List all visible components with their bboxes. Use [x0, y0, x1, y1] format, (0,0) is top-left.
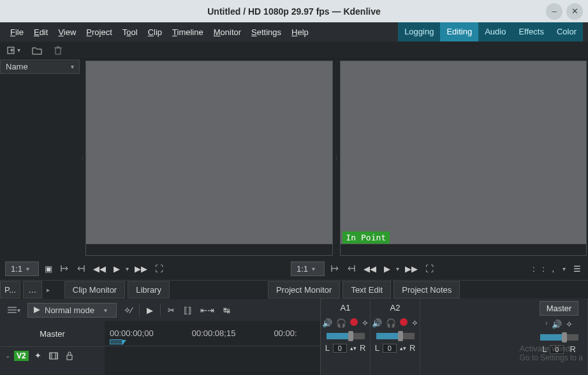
- mode-logging[interactable]: Logging: [398, 22, 440, 41]
- cut-icon[interactable]: ✂: [166, 304, 177, 317]
- menu-settings[interactable]: Settings: [246, 26, 286, 39]
- set-in-icon[interactable]: [58, 262, 71, 275]
- edit-mode-dropdown[interactable]: Normal mode ▾: [27, 303, 117, 318]
- expand-icon[interactable]: ›: [545, 320, 547, 329]
- project-monitor-view[interactable]: [341, 61, 587, 244]
- menu-clip[interactable]: Clip: [143, 26, 167, 39]
- audio-mixer: A1 🔊 🎧 ✧ L ▴▾ R A2 🔊 🎧 ✧ L ▴▾ R: [320, 298, 588, 375]
- menu-file[interactable]: File: [5, 26, 29, 39]
- overwrite-icon[interactable]: ↹: [221, 304, 232, 317]
- wand-icon[interactable]: ✧: [411, 318, 418, 328]
- proj-monitor-zoom[interactable]: 1:1▾: [291, 261, 325, 276]
- project-monitor-pane: In Point: [340, 61, 587, 256]
- channel-name: A2: [384, 301, 407, 314]
- clip-monitor-view[interactable]: [86, 61, 332, 244]
- volume-slider[interactable]: [327, 333, 365, 339]
- pan-control[interactable]: L ▴▾ R: [375, 343, 416, 353]
- menu-edit[interactable]: Edit: [29, 26, 53, 39]
- menu-help[interactable]: Help: [286, 26, 314, 39]
- monitor-menu-chevron[interactable]: ▾: [561, 263, 568, 274]
- menu-timeline[interactable]: Timeline: [167, 26, 209, 39]
- effects-icon[interactable]: ✦: [33, 349, 43, 362]
- headphones-icon[interactable]: 🎧: [386, 318, 396, 328]
- speaker-icon[interactable]: 🔊: [322, 318, 332, 328]
- master-track-label[interactable]: Master: [0, 321, 105, 346]
- wand-icon[interactable]: ✧: [566, 320, 573, 329]
- mode-color[interactable]: Color: [550, 22, 583, 41]
- volume-slider[interactable]: [376, 333, 415, 339]
- insert-icon[interactable]: ⇤⇥: [198, 304, 216, 317]
- collapse-icon[interactable]: ⌄: [5, 352, 10, 359]
- svg-rect-3: [67, 355, 72, 360]
- tab-library[interactable]: Library: [128, 281, 170, 298]
- forward-icon[interactable]: ▶▶: [403, 262, 420, 276]
- monitor-controls-row: 1:1▾ ▣ ◀◀ ▶▾ ▶▶ ⛶ 1:1▾ ◀◀ ▶▾ ▶▶ ⛶ : : , …: [0, 257, 588, 280]
- record-icon[interactable]: [350, 318, 358, 326]
- pan-value[interactable]: [333, 344, 347, 353]
- clip-monitor-ruler[interactable]: [86, 244, 332, 255]
- clip-mon-full-icon[interactable]: ▣: [43, 262, 54, 276]
- panel-tabs: P... … ▸ Clip Monitor Library Project Mo…: [0, 280, 588, 299]
- mode-effects[interactable]: Effects: [512, 22, 550, 41]
- rewind-icon[interactable]: ◀◀: [362, 262, 378, 276]
- channel-name: Master: [540, 301, 579, 316]
- upper-panels: Name ▾ ⋮ ⋮ In Point: [0, 59, 588, 257]
- forward-icon[interactable]: ▶▶: [133, 262, 149, 276]
- menubar: File Edit View Project Tool Clip Timelin…: [0, 22, 588, 41]
- wand-icon[interactable]: ✧: [362, 318, 369, 328]
- tab-text-edit[interactable]: Text Edit: [342, 281, 391, 298]
- mode-editing[interactable]: Editing: [440, 22, 478, 41]
- tab-more[interactable]: …: [23, 281, 42, 298]
- bracket-icon[interactable]: ⟦⟧: [182, 304, 193, 317]
- layout-modes: Logging Editing Audio Effects Color: [398, 22, 583, 41]
- tab-overflow-icon[interactable]: ▸: [45, 284, 52, 295]
- bin-column-header[interactable]: Name ▾: [0, 59, 80, 74]
- close-button[interactable]: ✕: [566, 3, 583, 20]
- play-timeline-icon[interactable]: ▶: [145, 304, 155, 317]
- project-monitor-ruler[interactable]: [341, 244, 587, 255]
- hamburger-icon[interactable]: ☰: [571, 262, 583, 276]
- clip-monitor-zoom[interactable]: 1:1▾: [5, 261, 39, 276]
- clip-monitor-pane: [85, 61, 333, 256]
- headphones-icon[interactable]: 🎧: [336, 318, 346, 328]
- track-menu-icon[interactable]: ▾: [5, 304, 22, 316]
- mixer-channel-a2: A2 🔊 🎧 ✧ L ▴▾ R: [371, 298, 420, 375]
- rewind-icon[interactable]: ◀◀: [91, 262, 108, 276]
- track-v2-header[interactable]: ⌄ V2 ✦: [0, 346, 105, 364]
- splitter[interactable]: ⋮: [80, 59, 84, 257]
- speaker-icon[interactable]: 🔊: [552, 320, 562, 329]
- tab-clip-monitor[interactable]: Clip Monitor: [64, 281, 125, 298]
- tab-project-monitor[interactable]: Project Monitor: [268, 281, 340, 298]
- play-icon[interactable]: ▶: [112, 262, 122, 276]
- menu-view[interactable]: View: [53, 26, 81, 39]
- menu-monitor[interactable]: Monitor: [209, 26, 246, 39]
- chevron-down-icon: ▾: [71, 63, 74, 70]
- record-icon[interactable]: [400, 318, 408, 326]
- add-clip-button[interactable]: +▾: [5, 44, 22, 57]
- pan-value[interactable]: [383, 344, 397, 353]
- set-in-icon[interactable]: [328, 262, 341, 275]
- mode-audio[interactable]: Audio: [478, 22, 512, 41]
- delete-clip-button[interactable]: [52, 44, 64, 57]
- tab-project-notes[interactable]: Project Notes: [393, 281, 460, 298]
- speaker-icon[interactable]: 🔊: [372, 318, 382, 328]
- play-icon[interactable]: ▶: [382, 262, 392, 276]
- windows-activation-watermark: Activate Wind Go to Settings to a: [520, 344, 583, 362]
- lock-icon[interactable]: [64, 349, 75, 362]
- set-out-icon[interactable]: [345, 262, 358, 275]
- wand-icon[interactable]: ✧⁄: [122, 304, 134, 317]
- menu-project[interactable]: Project: [81, 26, 117, 39]
- pan-control[interactable]: L ▴▾ R: [325, 343, 366, 353]
- add-folder-button[interactable]: [30, 44, 44, 57]
- zone-marker[interactable]: [110, 339, 122, 344]
- tab-p[interactable]: P...: [0, 281, 20, 298]
- crop-icon[interactable]: ⛶: [423, 262, 436, 276]
- film-icon[interactable]: [47, 350, 60, 362]
- crop-icon[interactable]: ⛶: [153, 262, 165, 276]
- volume-slider[interactable]: [540, 334, 578, 341]
- menu-tool[interactable]: Tool: [117, 26, 143, 39]
- channel-name: A1: [334, 301, 357, 314]
- splitter[interactable]: ⋮: [334, 59, 339, 257]
- minimize-button[interactable]: –: [546, 3, 562, 20]
- set-out-icon[interactable]: [75, 262, 87, 275]
